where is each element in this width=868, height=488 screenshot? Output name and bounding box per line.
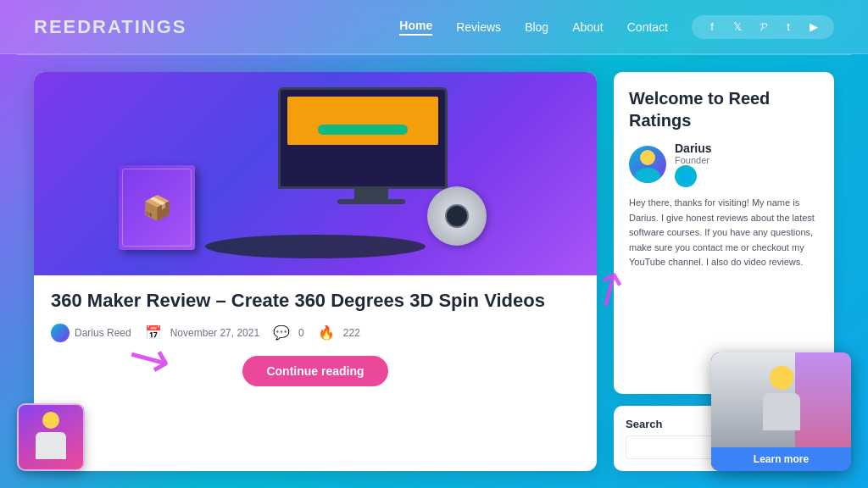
calendar-icon: 📅: [145, 324, 162, 341]
views-icon: 🔥: [318, 324, 335, 341]
nav-contact[interactable]: Contact: [627, 20, 668, 34]
continue-reading-button[interactable]: Continue reading: [242, 356, 387, 386]
article-meta: Darius Reed 📅 November 27, 2021 💬 0 🔥 22…: [51, 324, 580, 342]
sidebar-author-row: Darius Founder 🌐: [629, 141, 819, 187]
nav-reviews[interactable]: Reviews: [456, 20, 501, 34]
author-name-meta: Darius Reed: [75, 327, 131, 339]
monitor-screen: [278, 87, 448, 189]
article-title: 360 Maker Review – Create 360 Degrees 3D…: [51, 289, 580, 313]
nav-home[interactable]: Home: [399, 19, 432, 36]
video-overlay-left-inner: [19, 405, 83, 469]
author-avatar-small: [51, 324, 70, 342]
box-icon: 📦: [142, 194, 172, 222]
sidebar-author-info: Darius Founder 🌐: [675, 141, 712, 187]
platform-graphic: [205, 235, 426, 258]
svg-point-0: [640, 150, 655, 165]
head-left: [42, 412, 59, 429]
product-box: 📦: [119, 165, 195, 250]
sidebar-author-name: Darius: [675, 141, 712, 155]
pinterest-icon[interactable]: 𝓟: [754, 20, 771, 34]
comment-icon: 💬: [273, 324, 290, 341]
welcome-description: Hey there, thanks for visiting! My name …: [629, 196, 819, 270]
person-silhouette-left: [34, 412, 68, 463]
meta-author: Darius Reed: [51, 324, 131, 342]
logo[interactable]: ReedRatings: [34, 16, 187, 38]
youtube-icon[interactable]: ▶: [805, 20, 822, 33]
monitor-graphic: [278, 87, 465, 206]
nav-blog[interactable]: Blog: [525, 20, 548, 34]
facebook-icon[interactable]: f: [704, 20, 721, 33]
article-hero-image: ThreeSixty Maker: [34, 72, 597, 275]
sidebar-author-avatar: [629, 146, 666, 183]
video-right-content: [711, 352, 851, 447]
article-body: 360 Maker Review – Create 360 Degrees 3D…: [34, 275, 597, 471]
meta-date: 📅 November 27, 2021: [145, 324, 259, 341]
body-left: [36, 432, 66, 459]
learn-more-button[interactable]: Learn more: [711, 447, 851, 471]
nav-about[interactable]: About: [572, 20, 604, 34]
meta-views: 🔥 222: [318, 324, 360, 341]
monitor-screen-content: [287, 97, 438, 145]
comment-count: 0: [298, 327, 304, 339]
tumblr-icon[interactable]: t: [780, 20, 797, 33]
video-overlay-right[interactable]: Learn more Powered by Video Reviews: [711, 352, 851, 471]
camera-graphic: [427, 186, 487, 246]
camera-lens: [445, 204, 469, 228]
video-bg-accent: [795, 352, 851, 447]
video-overlay-left[interactable]: [17, 403, 85, 471]
sidebar-author-role: Founder: [675, 155, 712, 165]
social-icons-group: f 𝕏 𝓟 t ▶: [692, 15, 834, 39]
header: ReedRatings Home Reviews Blog About Cont…: [0, 0, 868, 54]
sidebar-author-icon-btn[interactable]: 🌐: [675, 165, 697, 187]
main-nav: Home Reviews Blog About Contact f 𝕏 𝓟 t …: [399, 15, 834, 39]
twitter-icon[interactable]: 𝕏: [729, 20, 746, 33]
welcome-card: Welcome to Reed Ratings Darius Founder 🌐…: [614, 72, 834, 394]
welcome-title: Welcome to Reed Ratings: [629, 87, 819, 131]
main-article-card: ThreeSixty Maker: [34, 72, 597, 471]
article-date: November 27, 2021: [170, 327, 259, 339]
svg-point-1: [635, 168, 660, 183]
author-avatar-svg: [629, 146, 666, 183]
video-person-body: [763, 393, 800, 430]
article-graphic: ThreeSixty Maker: [34, 72, 597, 275]
meta-comments: 💬 0: [273, 324, 304, 341]
monitor-stand: [354, 189, 388, 199]
view-count: 222: [343, 327, 360, 339]
video-person-head: [770, 366, 793, 390]
monitor-base: [337, 199, 405, 204]
video-person: [760, 366, 803, 434]
